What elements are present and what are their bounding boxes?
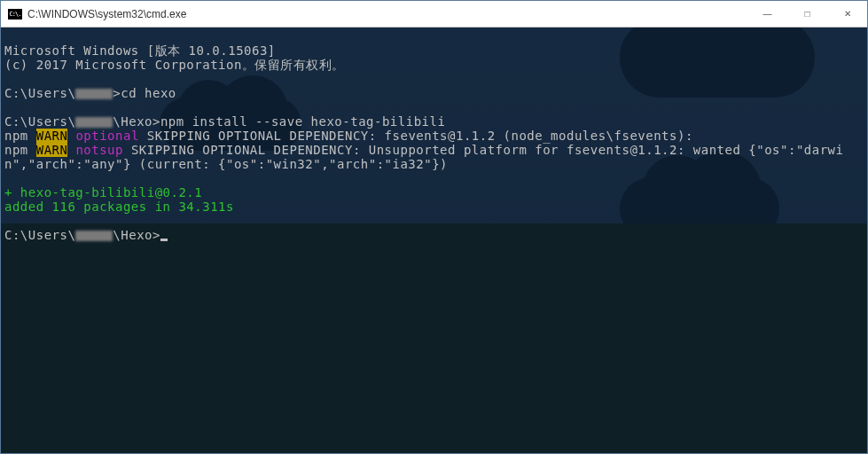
terminal-line: npm WARN optional SKIPPING OPTIONAL DEPE…	[4, 129, 693, 143]
terminal-line: C:\Users\>cd hexo	[4, 86, 176, 100]
terminal-output[interactable]: Microsoft Windows [版本 10.0.15063] (c) 20…	[1, 27, 867, 453]
minimize-button[interactable]: —	[747, 1, 787, 27]
warn-message: SKIPPING OPTIONAL DEPENDENCY: fsevents@1…	[139, 129, 693, 143]
terminal-line: (c) 2017 Microsoft Corporation。保留所有权利。	[4, 58, 345, 72]
close-button[interactable]: ✕	[827, 1, 867, 27]
titlebar[interactable]: C:\. C:\WINDOWS\system32\cmd.exe — □ ✕	[1, 1, 867, 27]
terminal-line: npm WARN notsup SKIPPING OPTIONAL DEPEND…	[4, 143, 843, 171]
terminal-line: added 116 packages in 34.311s	[4, 200, 234, 214]
npm-label: npm	[4, 129, 28, 143]
terminal-line: C:\Users\\Hexo>	[4, 228, 168, 242]
terminal-line: Microsoft Windows [版本 10.0.15063]	[4, 43, 276, 58]
cursor	[160, 239, 168, 241]
maximize-button[interactable]: □	[787, 1, 827, 27]
redacted-user	[75, 89, 113, 99]
prompt-segment: >	[113, 86, 121, 100]
npm-label: npm	[4, 143, 28, 157]
redacted-user	[75, 117, 113, 128]
warn-tag: notsup	[67, 143, 123, 157]
command-text: cd hexo	[121, 86, 176, 100]
prompt-segment: \Hexo>	[113, 228, 160, 242]
prompt-segment: C:\Users\	[4, 228, 75, 242]
window-controls: — □ ✕	[747, 1, 867, 27]
warn-badge: WARN	[36, 143, 68, 157]
window-title: C:\WINDOWS\system32\cmd.exe	[27, 8, 747, 20]
prompt-segment: \Hexo>	[113, 114, 160, 129]
warn-message: SKIPPING OPTIONAL DEPENDENCY: Unsupporte…	[4, 143, 843, 171]
prompt-segment: C:\Users\	[4, 114, 75, 129]
redacted-user	[75, 231, 113, 241]
cmd-window: C:\. C:\WINDOWS\system32\cmd.exe — □ ✕ M…	[0, 0, 868, 454]
terminal-line: + hexo-tag-bilibili@0.2.1	[4, 185, 202, 200]
warn-badge: WARN	[36, 129, 68, 143]
terminal-line: C:\Users\\Hexo>npm install --save hexo-t…	[4, 114, 445, 129]
command-text: npm install --save hexo-tag-bilibili	[160, 114, 445, 129]
warn-tag: optional	[67, 129, 138, 143]
cmd-icon: C:\.	[8, 9, 22, 20]
prompt-segment: C:\Users\	[4, 86, 75, 100]
